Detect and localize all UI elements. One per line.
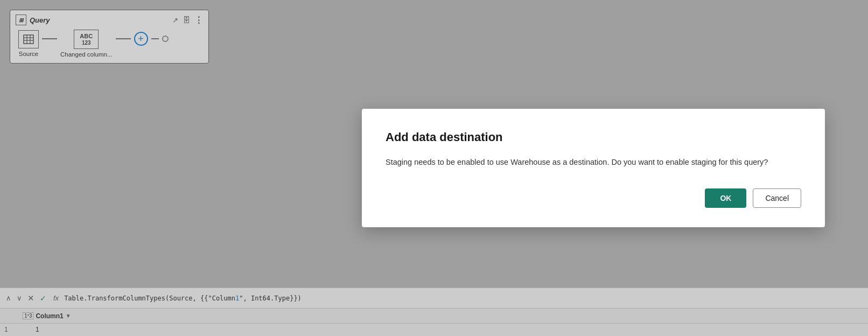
modal-body: Staging needs to be enabled to use Wareh… <box>386 156 801 169</box>
modal-footer: OK Cancel <box>386 188 801 208</box>
modal-overlay: Add data destination Staging needs to be… <box>0 0 868 336</box>
modal-title: Add data destination <box>386 130 801 144</box>
modal-body-text: Staging needs to be enabled to use Wareh… <box>386 158 768 166</box>
ok-button[interactable]: OK <box>705 188 746 208</box>
cancel-button[interactable]: Cancel <box>753 188 801 208</box>
modal-dialog: Add data destination Staging needs to be… <box>362 109 825 227</box>
